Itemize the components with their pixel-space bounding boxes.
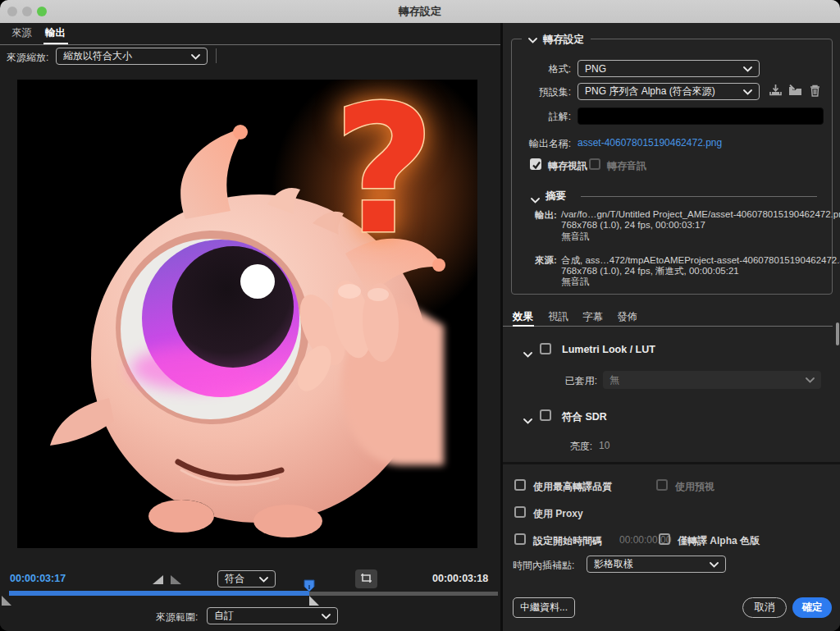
- sdr-label: 符合 SDR: [562, 410, 607, 424]
- source-range-label: 來源範圍:: [156, 610, 198, 624]
- tab-effects[interactable]: 效果: [513, 310, 533, 324]
- effects-tab-underline: [513, 325, 534, 327]
- source-scaling-label: 來源縮放:: [7, 51, 48, 65]
- chevron-down-icon: [259, 574, 268, 585]
- summary-output-audio: 無音訊: [561, 231, 590, 243]
- metadata-button[interactable]: 中繼資料...: [513, 597, 575, 618]
- comment-label: 註解:: [512, 110, 571, 124]
- title-bar: 轉存設定: [0, 0, 840, 23]
- crop-icon: [360, 572, 372, 587]
- interpolation-dropdown[interactable]: 影格取樣: [587, 556, 726, 573]
- effects-tab-line: [503, 326, 833, 327]
- summary-output-path: /var/fo…gn/T/Untitled Project_AME/asset-…: [561, 209, 840, 219]
- use-preview-label: 使用預視: [675, 480, 714, 494]
- source-scaling-value: 縮放以符合大小: [63, 49, 191, 63]
- use-preview-checkbox[interactable]: [656, 479, 668, 491]
- export-video-label: 轉存視訊: [548, 159, 587, 173]
- delete-preset-button[interactable]: [807, 85, 822, 99]
- output-name-link[interactable]: asset-406078015190462472.png: [578, 137, 722, 149]
- summary-source-label: 來源:: [535, 254, 557, 267]
- tab-source[interactable]: 來源: [11, 26, 32, 40]
- export-audio-label: 轉存音訊: [607, 159, 646, 173]
- range-out-handle[interactable]: [309, 596, 319, 606]
- chevron-down-icon: [322, 610, 331, 622]
- range-in-handle[interactable]: [2, 596, 11, 606]
- active-tab-underline: [43, 43, 68, 44]
- max-quality-label: 使用最高轉譯品質: [533, 480, 612, 494]
- tab-video[interactable]: 視訊: [548, 310, 568, 324]
- chevron-down-icon: [710, 559, 719, 570]
- summary-output-specs: 768x768 (1.0), 24 fps, 00:00:03:17: [561, 220, 705, 230]
- collapse-chevron-icon[interactable]: [528, 32, 537, 47]
- group-title: 轉存設定: [543, 33, 584, 47]
- format-label: 格式:: [512, 62, 571, 76]
- preset-label: 預設集:: [512, 85, 571, 99]
- format-dropdown[interactable]: PNG: [578, 60, 760, 77]
- source-range-dropdown[interactable]: 自訂: [207, 607, 338, 624]
- interpolation-value: 影格取樣: [594, 557, 710, 571]
- tab-divider-line: [0, 44, 500, 45]
- export-audio-checkbox[interactable]: [589, 158, 600, 170]
- lumetri-label: Lumetri Look / LUT: [562, 344, 655, 355]
- export-settings-dialog: 轉存設定 來源 輸出 來源縮放: 縮放以符合大小: [0, 0, 840, 631]
- toolbar-separator: [216, 48, 217, 63]
- summary-rule: [581, 196, 817, 197]
- section-divider: [503, 462, 840, 464]
- comment-input[interactable]: [578, 107, 824, 125]
- chevron-down-icon: [743, 63, 752, 75]
- in-point-timecode: 00:00:03:17: [10, 573, 66, 584]
- alpha-only-checkbox[interactable]: [659, 533, 670, 545]
- brightness-value[interactable]: 10: [599, 440, 609, 451]
- ok-button[interactable]: 確定: [792, 597, 832, 618]
- applied-lut-value: 無: [609, 373, 806, 387]
- preset-value: PNG 序列含 Alpha (符合來源): [585, 85, 743, 98]
- playhead-handle[interactable]: [304, 579, 315, 592]
- lumetri-chevron-icon[interactable]: [523, 346, 532, 361]
- use-proxy-label: 使用 Proxy: [533, 507, 583, 521]
- sdr-checkbox[interactable]: [540, 409, 551, 421]
- start-timecode-label: 設定開始時間碼: [533, 534, 602, 548]
- svg-text:?: ?: [333, 80, 436, 273]
- out-point-timecode: 00:00:03:18: [432, 573, 488, 584]
- import-preset-icon: [788, 85, 802, 99]
- summary-output-label: 輸出:: [535, 209, 557, 222]
- cancel-button[interactable]: 取消: [742, 597, 787, 618]
- chevron-down-icon: [743, 86, 752, 98]
- format-value: PNG: [585, 63, 743, 75]
- preview-zoom-dropdown[interactable]: 符合: [217, 570, 276, 588]
- save-preset-icon: [769, 85, 782, 99]
- tab-publish[interactable]: 發佈: [617, 310, 637, 324]
- start-timecode-checkbox[interactable]: [514, 533, 526, 545]
- summary-chevron-icon[interactable]: [531, 192, 540, 207]
- interpolation-label: 時間內插補點:: [513, 559, 574, 573]
- export-video-checkbox[interactable]: [530, 158, 541, 170]
- max-quality-checkbox[interactable]: [514, 479, 526, 491]
- applied-lut-dropdown[interactable]: 無: [603, 371, 821, 389]
- import-preset-button[interactable]: [788, 85, 802, 99]
- lumetri-checkbox[interactable]: [540, 343, 551, 354]
- window-title: 轉存設定: [0, 0, 840, 23]
- use-proxy-checkbox[interactable]: [514, 506, 526, 518]
- preview-panel: 來源 輸出 來源縮放: 縮放以符合大小: [0, 23, 500, 631]
- applied-label: 已套用:: [527, 374, 597, 388]
- preset-dropdown[interactable]: PNG 序列含 Alpha (符合來源): [578, 83, 760, 100]
- monster-illustration: ?: [17, 80, 477, 548]
- timeline-selected-range[interactable]: [9, 591, 309, 596]
- source-range-value: 自訂: [214, 609, 322, 623]
- sdr-chevron-icon[interactable]: [523, 413, 532, 428]
- brightness-label: 亮度:: [527, 440, 592, 454]
- save-preset-button[interactable]: [768, 85, 783, 99]
- summary-title: 摘要: [546, 190, 566, 203]
- chevron-down-icon: [191, 51, 200, 62]
- question-mark: ?: [333, 80, 436, 273]
- set-out-point-button[interactable]: [171, 575, 181, 584]
- tab-captions[interactable]: 字幕: [582, 310, 603, 324]
- source-scaling-dropdown[interactable]: 縮放以符合大小: [56, 48, 208, 65]
- alpha-only-label: 僅轉譯 Alpha 色版: [678, 534, 760, 548]
- tab-output[interactable]: 輸出: [45, 26, 66, 40]
- set-in-point-button[interactable]: [153, 575, 163, 584]
- scrollbar-thumb[interactable]: [836, 322, 839, 345]
- crop-output-button[interactable]: [355, 569, 377, 588]
- export-settings-group: 轉存設定 格式: PNG 預設集: PNG 序列含 Alpha (符合來源): [511, 39, 833, 295]
- trash-icon: [810, 85, 820, 100]
